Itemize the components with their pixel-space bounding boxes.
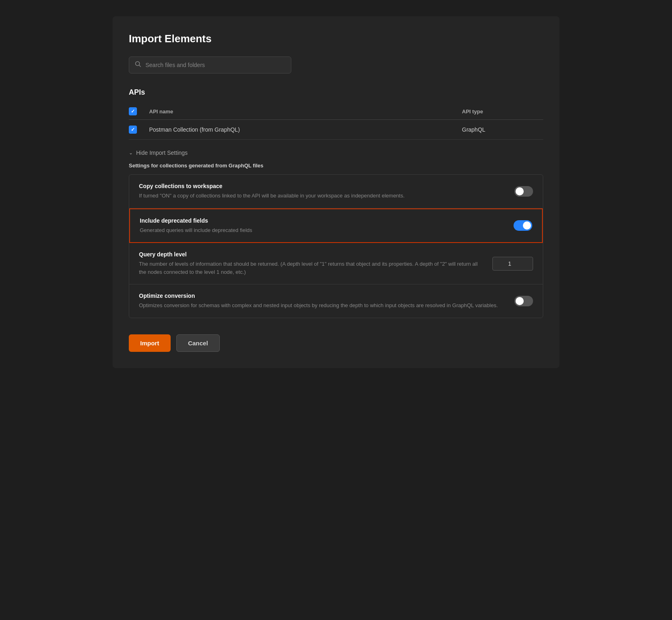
header-checkbox-col	[129, 107, 149, 115]
setting-optimize-conversion-content: Optimize conversion Optimizes conversion…	[139, 293, 514, 310]
setting-query-depth-content: Query depth level The number of levels o…	[139, 251, 492, 276]
toggle-copy-collections-track	[514, 186, 533, 197]
apis-table: API name API type Postman Collection (fr…	[129, 103, 543, 140]
apis-section: APIs API name API type Postman Collectio…	[129, 88, 543, 140]
import-button[interactable]: Import	[129, 334, 171, 352]
search-input-wrapper[interactable]	[129, 56, 291, 74]
table-row: Postman Collection (from GraphQL) GraphQ…	[129, 120, 543, 140]
setting-include-deprecated-title: Include deprecated fields	[140, 217, 505, 224]
apis-section-title: APIs	[129, 88, 543, 97]
apis-table-header: API name API type	[129, 103, 543, 120]
footer-buttons: Import Cancel	[129, 334, 543, 352]
header-checkbox[interactable]	[129, 107, 137, 115]
setting-include-deprecated-content: Include deprecated fields Generated quer…	[140, 217, 514, 234]
row-api-type: GraphQL	[462, 126, 543, 133]
search-container	[129, 56, 543, 74]
toggle-include-deprecated[interactable]	[514, 220, 532, 231]
chevron-down-icon: ⌄	[129, 150, 133, 156]
toggle-copy-collections-knob	[516, 187, 524, 195]
setting-optimize-conversion-title: Optimize conversion	[139, 293, 506, 299]
modal-container: Import Elements APIs API name API type	[113, 16, 559, 368]
hide-settings-label: Hide Import Settings	[136, 150, 188, 156]
toggle-include-deprecated-track	[514, 220, 532, 231]
setting-include-deprecated-desc: Generated queries will include deprecate…	[140, 226, 505, 234]
setting-copy-collections-desc: If turned "ON" a copy of collections lin…	[139, 192, 506, 200]
toggle-copy-collections[interactable]	[514, 186, 533, 197]
row-api-name: Postman Collection (from GraphQL)	[149, 126, 462, 133]
setting-query-depth-title: Query depth level	[139, 251, 484, 258]
search-icon	[135, 61, 141, 69]
svg-line-1	[139, 65, 141, 67]
header-api-type: API type	[462, 108, 543, 115]
settings-section-label: Settings for collections generated from …	[129, 163, 543, 169]
cancel-button[interactable]: Cancel	[176, 334, 220, 352]
setting-query-depth-desc: The number of levels of information that…	[139, 260, 484, 276]
setting-include-deprecated: Include deprecated fields Generated quer…	[129, 208, 543, 243]
toggle-optimize-conversion-track	[514, 296, 533, 306]
settings-panel: Copy collections to workspace If turned …	[129, 174, 543, 318]
header-api-name: API name	[149, 108, 462, 115]
toggle-include-deprecated-knob	[523, 221, 531, 230]
toggle-optimize-conversion-knob	[516, 297, 524, 305]
setting-optimize-conversion: Optimize conversion Optimizes conversion…	[129, 284, 543, 318]
row-checkbox[interactable]	[129, 126, 137, 134]
setting-optimize-conversion-desc: Optimizes conversion for schemas with co…	[139, 301, 506, 310]
search-input[interactable]	[145, 62, 285, 68]
toggle-optimize-conversion[interactable]	[514, 296, 533, 306]
setting-query-depth: Query depth level The number of levels o…	[129, 243, 543, 284]
setting-copy-collections: Copy collections to workspace If turned …	[129, 175, 543, 208]
row-checkbox-col	[129, 126, 149, 134]
setting-copy-collections-title: Copy collections to workspace	[139, 183, 506, 189]
page-title: Import Elements	[129, 33, 543, 45]
setting-copy-collections-content: Copy collections to workspace If turned …	[139, 183, 514, 200]
query-depth-input[interactable]	[492, 257, 533, 271]
hide-import-settings-button[interactable]: ⌄ Hide Import Settings	[129, 150, 543, 156]
